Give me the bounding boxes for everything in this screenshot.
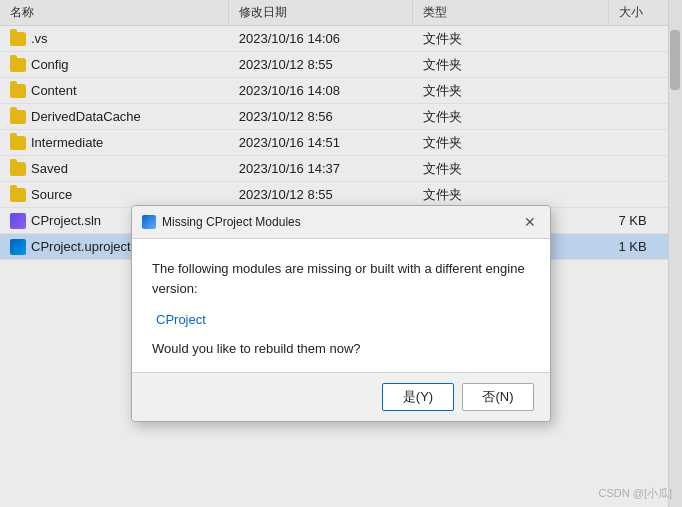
missing-modules-dialog: Missing CProject Modules ✕ The following… <box>131 205 551 422</box>
dialog-module-name: CProject <box>156 312 530 327</box>
file-explorer: 名称 修改日期 类型 大小 .vs2023/10/16 14:06文件夹Conf… <box>0 0 682 507</box>
dialog-yes-button[interactable]: 是(Y) <box>382 383 454 411</box>
dialog-titlebar: Missing CProject Modules ✕ <box>132 206 550 239</box>
dialog-no-button[interactable]: 否(N) <box>462 383 534 411</box>
dialog-footer: 是(Y) 否(N) <box>132 372 550 421</box>
dialog-overlay: Missing CProject Modules ✕ The following… <box>0 0 682 507</box>
dialog-titlebar-left: Missing CProject Modules <box>142 215 301 229</box>
dialog-close-button[interactable]: ✕ <box>520 212 540 232</box>
dialog-body: The following modules are missing or bui… <box>132 239 550 372</box>
dialog-question: Would you like to rebuild them now? <box>152 341 530 356</box>
dialog-title-icon <box>142 215 156 229</box>
dialog-message: The following modules are missing or bui… <box>152 259 530 298</box>
dialog-title: Missing CProject Modules <box>162 215 301 229</box>
